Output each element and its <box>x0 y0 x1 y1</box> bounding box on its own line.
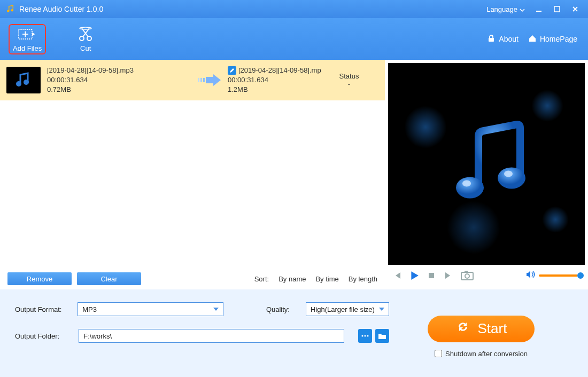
svg-point-17 <box>456 177 484 198</box>
sort-label: Sort: <box>254 275 269 283</box>
cut-label: Cut <box>80 44 91 52</box>
home-icon <box>528 34 537 44</box>
file-source-info: [2019-04-28][14-09-58].mp3 00:00:31.634 … <box>47 66 191 95</box>
output-folder-input[interactable]: F:\works\ <box>79 329 344 343</box>
snapshot-button[interactable] <box>460 270 475 281</box>
browse-folder-button[interactable] <box>358 329 372 343</box>
refresh-icon <box>455 319 470 338</box>
preview-display <box>388 63 585 265</box>
language-dropdown[interactable]: Language <box>483 4 528 14</box>
scissors-icon <box>76 26 95 42</box>
svg-rect-24 <box>465 271 468 273</box>
chevron-down-icon <box>520 5 525 13</box>
svg-point-18 <box>498 167 525 189</box>
svg-point-20 <box>504 170 513 177</box>
file-target-info: [2019-04-28][14-09-58].mp 00:00:31.634 1… <box>228 66 324 95</box>
svg-point-11 <box>16 81 21 87</box>
language-label: Language <box>486 5 517 13</box>
file-actions-bar: Remove Clear Sort: By name By time By le… <box>0 268 385 289</box>
arrow-icon <box>198 72 221 88</box>
svg-point-25 <box>361 335 363 336</box>
quality-label: Quality: <box>266 305 290 313</box>
close-button[interactable] <box>568 3 583 15</box>
start-label: Start <box>478 320 507 337</box>
source-duration: 00:00:31.634 <box>47 75 191 85</box>
preview-panel <box>385 60 588 289</box>
svg-point-27 <box>367 335 368 336</box>
start-button[interactable]: Start <box>428 316 535 342</box>
output-format-select[interactable]: MP3 <box>78 302 223 316</box>
maximize-button[interactable] <box>550 3 564 15</box>
app-logo-icon <box>5 4 15 14</box>
svg-rect-16 <box>206 77 213 83</box>
svg-point-26 <box>364 335 366 336</box>
target-duration: 00:00:31.634 <box>228 75 324 85</box>
svg-rect-21 <box>429 273 434 278</box>
svg-rect-3 <box>554 6 560 12</box>
svg-rect-14 <box>200 78 202 82</box>
source-size: 0.72MB <box>47 85 191 95</box>
svg-point-0 <box>7 10 10 13</box>
output-format-label: Output Format: <box>15 305 67 313</box>
svg-point-19 <box>462 180 471 186</box>
status-header: Status <box>330 72 368 80</box>
output-format-value: MP3 <box>82 305 97 313</box>
svg-rect-10 <box>489 38 494 42</box>
title-bar: Renee Audio Cutter 1.0.0 Language <box>0 0 588 18</box>
sort-by-time[interactable]: By time <box>315 275 338 283</box>
sort-by-name[interactable]: By name <box>278 275 306 283</box>
homepage-label: HomePage <box>540 35 577 43</box>
music-note-icon <box>441 120 532 211</box>
lock-icon <box>487 34 496 44</box>
quality-value: High(Larger file size) <box>311 305 375 313</box>
player-controls <box>388 265 585 286</box>
add-files-button[interactable]: Add Files <box>9 24 46 54</box>
main-toolbar: Add Files Cut About HomePage <box>0 18 588 60</box>
chevron-down-icon <box>213 308 219 311</box>
about-label: About <box>499 35 519 43</box>
output-folder-label: Output Folder: <box>15 332 68 340</box>
remove-button[interactable]: Remove <box>7 272 72 285</box>
prev-button[interactable] <box>391 270 403 281</box>
quality-select[interactable]: High(Larger file size) <box>306 302 389 316</box>
target-size: 1.2MB <box>228 85 324 95</box>
main-area: [2019-04-28][14-09-58].mp3 00:00:31.634 … <box>0 60 588 289</box>
open-folder-button[interactable] <box>375 329 389 343</box>
add-files-label: Add Files <box>13 44 42 52</box>
minimize-button[interactable] <box>531 3 546 15</box>
next-button[interactable] <box>443 270 454 281</box>
stop-button[interactable] <box>425 270 437 281</box>
about-link[interactable]: About <box>487 34 519 44</box>
sort-by-length[interactable]: By length <box>349 275 377 283</box>
target-filename: [2019-04-28][14-09-58].mp <box>238 66 321 75</box>
cut-button[interactable]: Cut <box>72 24 99 54</box>
shutdown-checkbox-row[interactable]: Shutdown after conversion <box>435 350 528 358</box>
volume-icon[interactable] <box>526 270 536 281</box>
svg-rect-13 <box>198 78 199 82</box>
file-thumbnail <box>6 67 41 93</box>
shutdown-checkbox[interactable] <box>435 350 442 357</box>
edit-icon[interactable] <box>228 66 236 75</box>
window-title: Renee Audio Cutter 1.0.0 <box>19 5 103 13</box>
play-button[interactable] <box>408 270 420 281</box>
homepage-link[interactable]: HomePage <box>528 34 577 44</box>
svg-point-1 <box>11 9 14 12</box>
file-status: Status - <box>330 72 368 88</box>
shutdown-label: Shutdown after conversion <box>445 350 528 358</box>
svg-point-9 <box>80 27 91 29</box>
output-settings-panel: Output Format: MP3 Quality: High(Larger … <box>0 289 588 377</box>
source-filename: [2019-04-28][14-09-58].mp3 <box>47 66 191 75</box>
svg-point-23 <box>465 274 469 278</box>
svg-rect-15 <box>203 78 205 82</box>
chevron-down-icon <box>379 308 384 311</box>
add-files-icon <box>18 26 37 42</box>
clear-button[interactable]: Clear <box>77 272 141 285</box>
file-row[interactable]: [2019-04-28][14-09-58].mp3 00:00:31.634 … <box>0 60 385 100</box>
svg-point-12 <box>24 80 29 85</box>
volume-slider[interactable] <box>539 274 582 277</box>
status-value: - <box>330 80 368 88</box>
output-folder-value: F:\works\ <box>83 332 112 340</box>
file-list-panel: [2019-04-28][14-09-58].mp3 00:00:31.634 … <box>0 60 385 289</box>
